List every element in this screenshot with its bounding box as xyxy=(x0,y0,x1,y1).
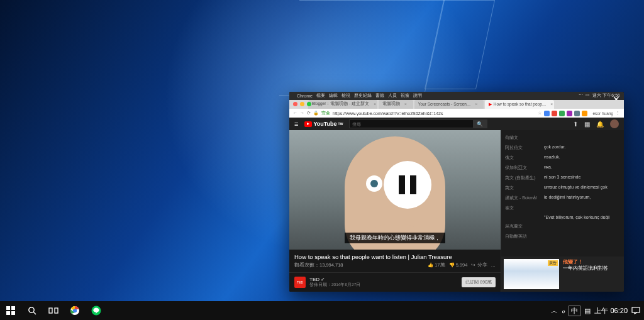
publish-date: 發佈日期：2014年6月27日 xyxy=(309,282,360,288)
menubar-item[interactable]: 書籤 xyxy=(375,92,384,99)
wifi-icon[interactable]: ⋯ xyxy=(579,92,583,99)
menubar-item[interactable]: 視窗 xyxy=(401,92,409,99)
share-button[interactable]: ↪ 分享 xyxy=(471,262,487,268)
menubar-app[interactable]: Chrome xyxy=(297,94,313,98)
menubar-item[interactable]: 歷史紀錄 xyxy=(354,92,372,99)
channel-avatar[interactable]: TED xyxy=(294,277,306,288)
youtube-search[interactable]: 🔍 xyxy=(349,119,487,128)
address-bar: ← → ⟳ 🔒 安全 https://www.youtube.com/watch… xyxy=(289,109,624,118)
network-icon[interactable]: ▤ xyxy=(584,307,591,315)
hamburger-icon[interactable]: ≡ xyxy=(294,120,298,128)
menubar-item[interactable]: 人員 xyxy=(388,92,397,99)
taskbar-app-line[interactable] xyxy=(86,301,107,320)
close-icon[interactable]: × xyxy=(550,102,553,106)
svg-point-4 xyxy=(29,307,34,312)
video-player[interactable]: 我母親晚年時的心態變得非常消極， xyxy=(289,130,501,250)
apps-icon[interactable]: ▦ xyxy=(584,121,590,128)
url-text[interactable]: https://www.youtube.com/watch?v=eIho2S0Z… xyxy=(333,111,535,116)
youtube-logo[interactable]: YouTubeTW xyxy=(304,121,343,127)
more-icon[interactable]: … xyxy=(491,262,496,268)
tab-strip: Blogger：電腦玩物 - 建立新文× 電腦玩物× Your Screenca… xyxy=(289,100,624,109)
mac-menubar: Chrome 檔案 編輯 檢視 歷史紀錄 書籤 人員 視窗 說明 ⋯ ▭ 週六 … xyxy=(289,92,624,100)
tray-onedrive-icon[interactable]: ℴ xyxy=(562,307,565,315)
menu-icon[interactable]: ⋮ xyxy=(616,111,620,116)
menubar-item[interactable]: 檢視 xyxy=(341,92,350,99)
ad-badge: 廣告 xyxy=(548,260,558,266)
dislike-button[interactable]: 👎 5,994 xyxy=(449,262,468,268)
youtube-header: ≡ YouTubeTW 🔍 ⬆ ▦ 🔔 xyxy=(289,118,624,130)
svg-rect-2 xyxy=(6,311,10,315)
extension-icons[interactable] xyxy=(544,111,587,116)
view-count: 觀看次數：13,994,718 xyxy=(294,262,343,268)
browser-tab[interactable]: 電腦玩物× xyxy=(379,100,413,109)
pause-icon[interactable] xyxy=(384,161,431,209)
video-title: How to speak so that people want to list… xyxy=(294,253,496,260)
svg-rect-1 xyxy=(11,306,15,310)
task-view-icon[interactable] xyxy=(43,301,64,320)
thumbnail: 廣告 xyxy=(504,259,559,289)
close-icon[interactable]: × xyxy=(404,102,407,106)
menubar-item[interactable]: 說明 xyxy=(413,92,422,99)
browser-tab-active[interactable]: ▶How to speak so that peop…× xyxy=(485,100,554,109)
svg-line-5 xyxy=(33,312,36,314)
traffic-lights[interactable] xyxy=(293,102,311,106)
like-button[interactable]: 👍 17萬 xyxy=(428,262,445,268)
secure-label: 安全 xyxy=(321,110,330,116)
svg-rect-3 xyxy=(11,311,15,315)
star-icon[interactable]: ☆ xyxy=(538,111,541,116)
profile-chip[interactable]: esor huang xyxy=(592,111,613,116)
svg-point-11 xyxy=(93,308,99,312)
menubar-item[interactable]: 編輯 xyxy=(329,92,338,99)
preview-window: ✕ Chrome 檔案 編輯 檢視 歷史紀錄 書籤 人員 視窗 說明 ⋯ ▭ 週… xyxy=(289,92,624,292)
verified-icon: ✓ xyxy=(321,277,325,282)
ime-indicator[interactable]: 中 xyxy=(569,306,580,316)
notifications-icon[interactable] xyxy=(631,307,640,314)
tray-chevron-icon[interactable]: ︿ xyxy=(551,306,558,316)
svg-rect-0 xyxy=(6,306,10,310)
bell-icon[interactable]: 🔔 xyxy=(596,121,604,128)
svg-rect-12 xyxy=(632,307,640,312)
close-icon[interactable]: × xyxy=(374,102,376,106)
taskbar: ︿ ℴ 中 ▤ 上午 06:20 xyxy=(0,301,644,320)
browser-tab[interactable]: Your Screencasts - Screen…× xyxy=(414,100,484,109)
svg-rect-7 xyxy=(55,308,58,313)
play-icon xyxy=(304,121,312,127)
reload-icon[interactable]: ⟳ xyxy=(307,111,311,116)
avatar[interactable] xyxy=(610,119,619,128)
forward-icon[interactable]: → xyxy=(300,111,304,116)
recommended-video[interactable]: 廣告 他變了！ 一年內英語流利對答 xyxy=(501,257,624,292)
video-caption: 我母親晚年時的心態變得非常消極， xyxy=(345,233,445,243)
lock-icon: 🔒 xyxy=(313,111,319,116)
start-button[interactable] xyxy=(0,301,21,320)
back-icon[interactable]: ← xyxy=(293,111,297,116)
svg-rect-6 xyxy=(49,308,52,313)
subscribe-button[interactable]: 已訂閱 890萬 xyxy=(462,277,496,287)
battery-icon[interactable]: ▭ xyxy=(586,92,590,99)
search-icon[interactable]: 🔍 xyxy=(473,120,487,128)
taskbar-clock[interactable]: 上午 06:20 xyxy=(594,306,628,316)
taskbar-app-chrome[interactable] xyxy=(64,301,86,320)
captions-panel[interactable]: 荷蘭文 阿拉伯文çok zordur. 俄文nsuzluk. 保加利亞文нка.… xyxy=(501,130,624,257)
channel-name[interactable]: TED xyxy=(309,277,319,282)
search-icon[interactable] xyxy=(21,301,43,320)
close-icon[interactable]: × xyxy=(475,102,477,106)
menubar-item[interactable]: 檔案 xyxy=(316,92,325,99)
browser-tab[interactable]: Blogger：電腦玩物 - 建立新文× xyxy=(308,100,377,109)
search-input[interactable] xyxy=(350,120,473,128)
upload-icon[interactable]: ⬆ xyxy=(573,121,578,128)
